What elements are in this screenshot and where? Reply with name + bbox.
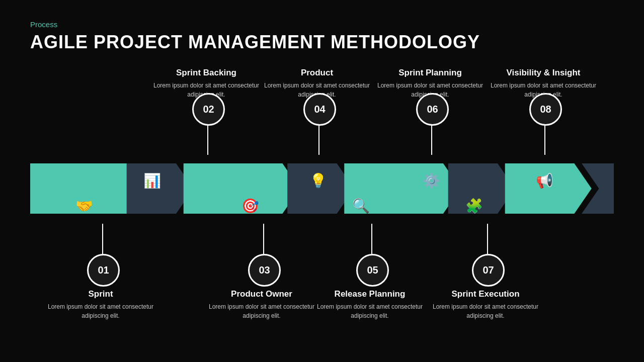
label-product-owner: Product Owner Lorem ipsum dolor sit amet… — [206, 289, 317, 320]
label-sprint-execution: Sprint Execution Lorem ipsum dolor sit a… — [430, 289, 541, 320]
icon-06: ⚙️ — [423, 172, 440, 189]
slide: Process AGILE PROJECT MANAGEMENT METHODO… — [0, 0, 644, 362]
icon-01: 🤝 — [75, 198, 93, 214]
connector-04 — [318, 125, 319, 155]
circle-03: 03 — [248, 254, 281, 287]
connector-01 — [102, 224, 103, 254]
circle-06: 06 — [416, 93, 449, 126]
circle-07: 07 — [472, 254, 505, 287]
icon-04: 💡 — [309, 172, 327, 189]
connector-08 — [544, 125, 545, 155]
process-label: Process — [30, 20, 614, 29]
icon-07: 🧩 — [465, 198, 483, 214]
label-sprint: Sprint Lorem ipsum dolor sit amet consec… — [45, 289, 156, 320]
connector-03 — [263, 224, 264, 254]
connector-05 — [371, 224, 372, 254]
icon-05: 🔍 — [352, 198, 370, 214]
connector-07 — [487, 224, 488, 254]
icon-03: 🎯 — [242, 198, 259, 214]
diagram-container: 02 04 06 08 01 03 05 07 📊 💡 ⚙️ 📢 — [30, 68, 614, 334]
circle-04: 04 — [303, 93, 336, 126]
icon-08: 📢 — [536, 172, 553, 189]
circle-08: 08 — [529, 93, 562, 126]
circle-02: 02 — [192, 93, 225, 126]
circle-05: 05 — [356, 254, 389, 287]
connector-06 — [431, 125, 432, 155]
icon-02: 📊 — [143, 172, 161, 189]
circle-01: 01 — [87, 254, 120, 287]
label-release-planning: Release Planning Lorem ipsum dolor sit a… — [314, 289, 425, 320]
main-title: AGILE PROJECT MANAGEMENT METHODOLOGY — [30, 32, 614, 53]
connector-02 — [207, 125, 208, 155]
